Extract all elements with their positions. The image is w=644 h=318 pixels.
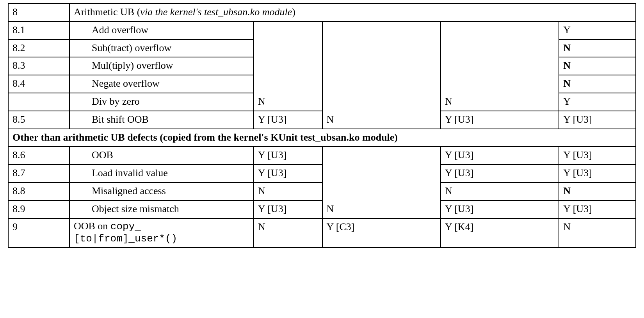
cell-num: 8.7 — [8, 164, 69, 182]
cell-num: 8.1 — [8, 21, 69, 39]
cell-num: 8.9 — [8, 200, 69, 218]
cell-c3: N — [254, 218, 322, 248]
table-section-header: Other than arithmetic UB defects (copied… — [8, 129, 636, 147]
cell-c6: Y [U3] — [559, 111, 636, 129]
cell-desc: Add overflow — [69, 21, 254, 39]
cell-num: 8.5 — [8, 111, 69, 129]
table-row: 8.1 Add overflow N N N Y — [8, 21, 636, 39]
table-row: 8.7 Load invalid value Y [U3] Y [U3] Y [… — [8, 164, 636, 182]
cell-c6: N — [559, 182, 636, 200]
cell-desc: OOB — [69, 146, 254, 164]
text-mono: [to|from]_user*() — [74, 233, 177, 245]
cell-c5: N — [441, 21, 559, 111]
cell-desc: Sub(tract) overflow — [69, 39, 254, 57]
text: Arithmetic UB ( — [74, 6, 140, 18]
cell-num: 8.2 — [8, 39, 69, 57]
cell-num — [8, 93, 69, 111]
cell-c6: N — [559, 57, 636, 75]
text: OOB on — [74, 220, 110, 232]
cell-c6: Y [U3] — [559, 200, 636, 218]
cell-c3: N — [254, 21, 322, 111]
table-row: 8.8 Misaligned access N N N — [8, 182, 636, 200]
cell-c5: Y [U3] — [441, 200, 559, 218]
cell-c6: Y — [559, 21, 636, 39]
cell-num: 8.4 — [8, 75, 69, 93]
text-italic: via the kernel's test_ubsan.ko module — [140, 6, 292, 18]
text: ) — [292, 6, 295, 18]
table-row: 8.9 Object size mismatch Y [U3] Y [U3] Y… — [8, 200, 636, 218]
cell-c3: Y [U3] — [254, 146, 322, 164]
section-header-text: Other than arithmetic UB defects (copied… — [8, 129, 636, 147]
cell-num: 8 — [8, 4, 69, 21]
cell-c5: Y [U3] — [441, 164, 559, 182]
cell-num: 8.6 — [8, 146, 69, 164]
cell-num: 9 — [8, 218, 69, 248]
text-mono: copy_ — [110, 221, 141, 232]
cell-c4: N — [322, 146, 441, 218]
cell-c3: Y [U3] — [254, 200, 322, 218]
cell-c6: N — [559, 75, 636, 93]
cell-desc: Bit shift OOB — [69, 111, 254, 129]
cell-c6: Y — [559, 93, 636, 111]
cell-c6: N — [559, 218, 636, 248]
cell-desc: Misaligned access — [69, 182, 254, 200]
cell-c6: Y [U3] — [559, 164, 636, 182]
cell-desc: Mul(tiply) overflow — [69, 57, 254, 75]
cell-c5: Y [U3] — [441, 111, 559, 129]
ub-defects-table: 8 Arithmetic UB (via the kernel's test_u… — [8, 3, 636, 248]
cell-c5: N — [441, 182, 559, 200]
table-row: 8 Arithmetic UB (via the kernel's test_u… — [8, 4, 636, 21]
cell-desc: Arithmetic UB (via the kernel's test_ubs… — [69, 4, 636, 21]
table-row: 8.6 OOB Y [U3] N Y [U3] Y [U3] — [8, 146, 636, 164]
cell-desc: OOB on copy_ [to|from]_user*() — [69, 218, 254, 248]
cell-desc: Object size mismatch — [69, 200, 254, 218]
cell-c3: Y [U3] — [254, 111, 322, 129]
cell-num: 8.3 — [8, 57, 69, 75]
cell-c4: Y [C3] — [322, 218, 441, 248]
cell-c3: N — [254, 182, 322, 200]
table-row: 8.5 Bit shift OOB Y [U3] Y [U3] Y [U3] — [8, 111, 636, 129]
cell-desc: Div by zero — [69, 93, 254, 111]
cell-c4: N — [322, 21, 441, 129]
cell-desc: Negate overflow — [69, 75, 254, 93]
cell-c6: N — [559, 39, 636, 57]
cell-c5: Y [U3] — [441, 146, 559, 164]
cell-c5: Y [K4] — [441, 218, 559, 248]
cell-c6: Y [U3] — [559, 146, 636, 164]
cell-c3: Y [U3] — [254, 164, 322, 182]
cell-desc: Load invalid value — [69, 164, 254, 182]
cell-num: 8.8 — [8, 182, 69, 200]
table-row: 9 OOB on copy_ [to|from]_user*() N Y [C3… — [8, 218, 636, 248]
